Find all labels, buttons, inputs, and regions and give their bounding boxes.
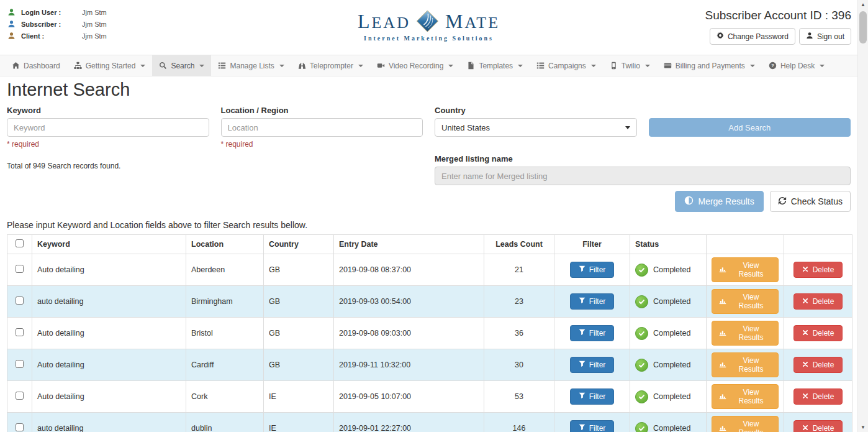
page: Login User : Jjm Stm Subscriber : Jjm St… bbox=[0, 0, 857, 432]
gear-icon bbox=[717, 32, 724, 41]
nav-item-manage-lists[interactable]: Manage Lists bbox=[211, 55, 291, 76]
list-icon bbox=[218, 62, 226, 70]
user-icon bbox=[7, 20, 16, 28]
check-circle-icon bbox=[635, 390, 648, 403]
bar-chart-icon bbox=[719, 361, 726, 370]
check-status-button[interactable]: Check Status bbox=[770, 191, 851, 212]
row-checkbox[interactable] bbox=[16, 265, 24, 273]
view-results-button[interactable]: View Results bbox=[712, 321, 779, 346]
view-results-button[interactable]: View Results bbox=[712, 416, 779, 432]
caret-down-icon bbox=[750, 65, 755, 67]
sign-out-button[interactable]: Sign out bbox=[799, 28, 851, 45]
header-location: Location bbox=[186, 235, 264, 254]
cell-keyword: auto detailing bbox=[32, 286, 186, 318]
account-block: Subscriber Account ID : 396 Change Passw… bbox=[705, 9, 851, 45]
view-results-button[interactable]: View Results bbox=[712, 352, 779, 377]
scrollbar-thumb[interactable] bbox=[859, 11, 867, 44]
check-circle-icon bbox=[635, 359, 648, 372]
keyword-input[interactable] bbox=[7, 118, 209, 137]
x-icon bbox=[802, 424, 808, 432]
header-view-results bbox=[707, 235, 784, 254]
country-select-value: United States bbox=[441, 123, 490, 132]
nav-item-search[interactable]: Search bbox=[152, 55, 211, 76]
nav-item-dashboard[interactable]: Dashboard bbox=[5, 55, 67, 76]
view-results-button[interactable]: View Results bbox=[712, 384, 779, 409]
status-label: Completed bbox=[653, 329, 690, 338]
caret-down-icon bbox=[820, 65, 825, 67]
delete-button[interactable]: Delete bbox=[793, 293, 843, 310]
home-icon bbox=[12, 62, 20, 70]
status-badge: Completed bbox=[635, 390, 690, 403]
merge-results-button[interactable]: Merge Results bbox=[675, 191, 763, 212]
funnel-icon bbox=[579, 297, 585, 306]
filter-button[interactable]: Filter bbox=[570, 357, 615, 373]
status-badge: Completed bbox=[635, 422, 690, 432]
vertical-scrollbar[interactable]: ▲ ▼ bbox=[857, 0, 868, 432]
nav-item-campaigns[interactable]: Campaigns bbox=[530, 55, 603, 76]
nav-item-getting-started[interactable]: Getting Started bbox=[67, 55, 153, 76]
caret-down-icon bbox=[199, 65, 204, 67]
cell-country: GB bbox=[264, 349, 334, 381]
change-password-button[interactable]: Change Password bbox=[710, 28, 795, 45]
x-icon bbox=[802, 297, 808, 306]
delete-button[interactable]: Delete bbox=[793, 420, 843, 432]
x-icon bbox=[802, 361, 808, 369]
row-checkbox[interactable] bbox=[16, 423, 24, 431]
scroll-up-arrow[interactable]: ▲ bbox=[858, 0, 868, 9]
status-badge: Completed bbox=[635, 295, 690, 308]
delete-button[interactable]: Delete bbox=[793, 262, 843, 278]
row-checkbox[interactable] bbox=[16, 328, 24, 336]
view-results-button[interactable]: View Results bbox=[712, 257, 779, 282]
cell-location: Aberdeen bbox=[186, 254, 264, 286]
file-icon bbox=[467, 62, 475, 70]
nav-item-templates[interactable]: Templates bbox=[460, 55, 530, 76]
header-keyword: Keyword bbox=[32, 235, 186, 254]
country-select[interactable]: United States bbox=[435, 118, 637, 137]
filter-button[interactable]: Filter bbox=[570, 325, 615, 341]
search-form: Keyword * required Location / Region * r… bbox=[7, 106, 851, 149]
filter-button[interactable]: Filter bbox=[570, 420, 615, 432]
nav-item-help-desk[interactable]: ? Help Desk bbox=[762, 55, 831, 76]
view-results-button[interactable]: View Results bbox=[712, 289, 779, 314]
header-entry-date: Entry Date bbox=[334, 235, 484, 254]
table-row: Auto detailing Cardiff GB 2019-09-11 10:… bbox=[7, 349, 852, 381]
scroll-down-arrow[interactable]: ▼ bbox=[858, 423, 868, 432]
bar-chart-icon bbox=[719, 424, 726, 432]
status-label: Completed bbox=[653, 265, 690, 274]
cell-keyword: Auto detailing bbox=[32, 318, 186, 349]
location-input[interactable] bbox=[221, 118, 423, 137]
cell-entry-date: 2019-09-11 10:32:00 bbox=[334, 349, 484, 381]
nav-item-teleprompter[interactable]: Teleprompter bbox=[291, 55, 370, 76]
table-header-row: Keyword Location Country Entry Date Lead… bbox=[7, 235, 852, 254]
row-checkbox[interactable] bbox=[16, 360, 24, 368]
add-search-button[interactable]: Add Search bbox=[649, 118, 851, 137]
merged-listing-input[interactable] bbox=[435, 167, 851, 185]
cell-leads-count: 23 bbox=[484, 286, 554, 318]
user-icon bbox=[7, 8, 16, 16]
delete-button[interactable]: Delete bbox=[793, 325, 843, 341]
subscriber-account-id: Subscriber Account ID : 396 bbox=[705, 9, 851, 22]
row-checkbox[interactable] bbox=[16, 392, 24, 400]
filter-button[interactable]: Filter bbox=[570, 293, 615, 310]
row-checkbox[interactable] bbox=[16, 296, 24, 305]
caret-down-icon bbox=[625, 126, 630, 129]
filter-button[interactable]: Filter bbox=[570, 388, 615, 405]
country-label: Country bbox=[435, 106, 637, 115]
select-all-checkbox[interactable] bbox=[16, 239, 24, 247]
filter-button[interactable]: Filter bbox=[570, 262, 615, 278]
user-icon bbox=[7, 32, 16, 40]
status-badge: Completed bbox=[635, 359, 690, 372]
status-badge: Completed bbox=[635, 264, 690, 277]
top-header: Login User : Jjm Stm Subscriber : Jjm St… bbox=[0, 0, 857, 55]
nav-item-video-recording[interactable]: Video Recording bbox=[370, 55, 461, 76]
nav-item-billing-and-payments[interactable]: Billing and Payments bbox=[657, 55, 762, 76]
funnel-icon bbox=[579, 329, 585, 338]
question-circle-icon: ? bbox=[769, 62, 777, 70]
main-content: Internet Search Keyword * required Locat… bbox=[0, 80, 857, 432]
delete-button[interactable]: Delete bbox=[793, 388, 843, 405]
delete-button[interactable]: Delete bbox=[793, 357, 843, 373]
funnel-icon bbox=[579, 361, 585, 369]
status-label: Completed bbox=[653, 297, 690, 306]
nav-item-twilio[interactable]: Twilio bbox=[603, 55, 657, 76]
credit-card-icon bbox=[664, 62, 672, 70]
